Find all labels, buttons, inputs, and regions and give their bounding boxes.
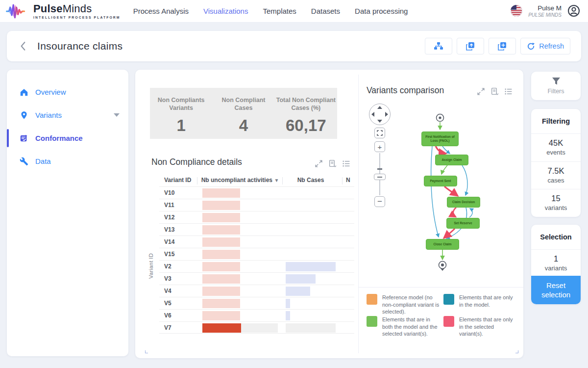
- legend-swatch-teal: [443, 294, 454, 305]
- export-icon: [466, 41, 475, 51]
- variant-id-cell: V3: [164, 275, 172, 282]
- table-row[interactable]: V5: [159, 297, 354, 309]
- cases-bar-track: [286, 274, 336, 284]
- variants-comparison-graph: First Notification of Loss (FNOL) Assign…: [358, 70, 523, 288]
- top-navigation-bar: PulseMinds INTELLIGENT PROCESS PLATFORM …: [0, 0, 588, 23]
- cases-bar-track: [286, 311, 336, 320]
- activities-bar-track: [202, 225, 278, 235]
- conformance-doc-icon: [20, 134, 28, 143]
- selection-title: Selection: [531, 225, 581, 249]
- col-variant-id[interactable]: Variant ID: [164, 177, 191, 184]
- activities-bar: [202, 287, 240, 296]
- page-title: Insourance claims: [37, 40, 122, 52]
- sidebar-item-variants[interactable]: Variants: [7, 104, 128, 127]
- funnel-icon: [551, 77, 561, 86]
- reset-selection-button[interactable]: Reset selection: [531, 276, 581, 304]
- col-nb-cases[interactable]: Nb Cases: [286, 177, 335, 184]
- table-row[interactable]: V3: [159, 272, 354, 285]
- filters-button[interactable]: Filters: [531, 72, 581, 100]
- table-row[interactable]: V6: [159, 309, 354, 321]
- activities-bar-track: [202, 287, 278, 296]
- kpi-value: 60,17: [275, 116, 337, 135]
- user-name: Pulse M: [528, 4, 562, 12]
- nav-process-analysis[interactable]: Process Analysis: [133, 7, 189, 15]
- cases-bar-track: [286, 323, 336, 333]
- table-row[interactable]: V7: [159, 321, 354, 334]
- cases-bar: [286, 311, 290, 320]
- graph-node-fnol[interactable]: First Notification of Loss (FNOL): [421, 131, 459, 146]
- cases-bar: [286, 299, 290, 308]
- table-row[interactable]: V14: [159, 236, 354, 248]
- legend-divider: [358, 287, 523, 288]
- graph-node-set-reserve[interactable]: Set Reserve: [446, 218, 480, 229]
- variant-id-cell: V11: [164, 202, 174, 209]
- table-row[interactable]: V10: [159, 186, 354, 199]
- graph-node-close-claim[interactable]: Close Claim: [426, 239, 459, 250]
- graph-node-payment-sent[interactable]: Payment Sent: [424, 176, 457, 186]
- cases-bar-track: [286, 287, 336, 296]
- refresh-button[interactable]: Refresh: [520, 38, 570, 54]
- legend-swatch-green: [367, 316, 377, 327]
- filters-label: Filters: [547, 88, 564, 95]
- resize-handle[interactable]: [145, 350, 148, 353]
- table-row[interactable]: V2: [159, 260, 354, 272]
- nav-data-processing[interactable]: Data processing: [355, 7, 408, 15]
- kpi-value: 4: [212, 116, 274, 135]
- legend-item-reference-model: Reference model (no non-compliant varian…: [367, 294, 440, 315]
- brand-logo[interactable]: PulseMinds INTELLIGENT PROCESS PLATFORM: [0, 2, 121, 20]
- activities-bar: [202, 237, 240, 247]
- col-clipped[interactable]: N: [346, 177, 353, 184]
- end-node-icon[interactable]: [439, 262, 446, 271]
- activities-bar-track: [202, 299, 278, 308]
- sort-desc-icon[interactable]: ▼: [274, 178, 279, 183]
- sidebar-item-conformance[interactable]: Conformance: [7, 127, 128, 150]
- cases-bar-track: [286, 188, 336, 198]
- activities-bar: [202, 250, 240, 259]
- table-row[interactable]: V15: [159, 248, 354, 260]
- table-row[interactable]: V4: [159, 285, 354, 297]
- nav-datasets[interactable]: Datasets: [311, 7, 340, 15]
- cases-bar-track: [286, 213, 336, 222]
- hierarchy-icon: [434, 42, 443, 51]
- legend-item-model-only: Elements that are only in the model.: [443, 294, 514, 308]
- cases-bar: [286, 274, 316, 284]
- list-menu-icon[interactable]: [342, 159, 350, 168]
- chevron-down-icon[interactable]: [114, 113, 120, 117]
- variant-id-cell: V7: [164, 324, 172, 331]
- nav-visualizations[interactable]: Visualizations: [203, 7, 248, 15]
- table-row[interactable]: V13: [159, 223, 354, 236]
- refresh-label: Refresh: [539, 42, 564, 50]
- activities-bar-track: [202, 188, 278, 198]
- sidebar-item-overview[interactable]: Overview: [7, 80, 128, 104]
- export-button[interactable]: [457, 38, 484, 54]
- start-node-icon[interactable]: [437, 114, 444, 122]
- user-account-icon[interactable]: [567, 4, 580, 17]
- graph-node-claim-decision[interactable]: Claim Decision: [447, 197, 480, 208]
- back-button[interactable]: [15, 38, 31, 54]
- nc-table-rows: V10V11V12V13V14V15V2V3V4V5V6V7: [159, 186, 354, 334]
- main-menu: Process Analysis Visualizations Template…: [133, 7, 408, 15]
- export-report-icon[interactable]: [328, 159, 337, 168]
- language-flag-us[interactable]: [511, 5, 522, 17]
- activities-bar: [202, 262, 240, 271]
- pulse-waveform-icon: [6, 2, 29, 20]
- variant-id-cell: V6: [164, 312, 172, 319]
- model-hierarchy-button[interactable]: [425, 38, 452, 54]
- kpi-non-compliant-variants: Non Compliants Variants 1: [150, 88, 212, 139]
- kpi-total-non-compliant-pct: Total Non Compliant Cases (%) 60,17: [275, 88, 337, 139]
- add-visualization-button[interactable]: [489, 38, 516, 54]
- col-nb-uncompliant-activities[interactable]: Nb uncompliant activities ▼: [201, 177, 279, 184]
- legend-item-variant-only: Elements that are only in the selected v…: [443, 316, 514, 338]
- table-row[interactable]: V12: [159, 211, 354, 223]
- cases-bar-track: [286, 237, 336, 247]
- resize-handle[interactable]: [515, 350, 518, 353]
- nav-templates[interactable]: Templates: [263, 7, 296, 15]
- expand-icon[interactable]: [315, 159, 323, 168]
- activities-bar: [202, 213, 240, 222]
- cases-bar-track: [286, 250, 336, 259]
- sidebar-item-data[interactable]: Data: [7, 150, 128, 173]
- graph-node-assign-claim[interactable]: Assign Claim: [435, 155, 468, 165]
- activities-bar-track: [202, 311, 278, 320]
- table-row[interactable]: V11: [159, 199, 354, 211]
- user-organization: PULSE MINDS: [528, 12, 562, 18]
